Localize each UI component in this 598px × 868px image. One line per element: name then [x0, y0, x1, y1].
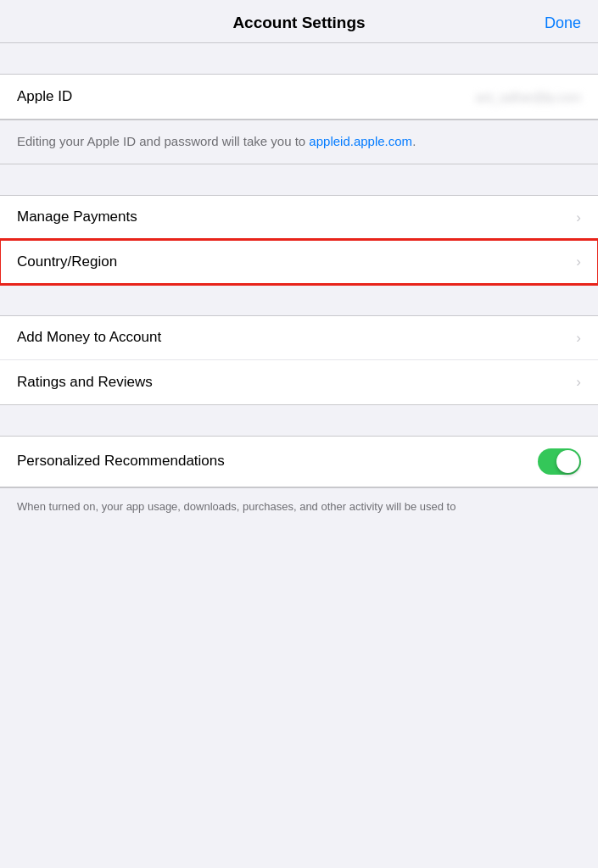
payments-region-group: Manage Payments › Country/Region › — [0, 195, 598, 285]
apple-id-group: Apple ID ant_salhar@lp.com — [0, 74, 598, 120]
section-gap-3 — [0, 285, 598, 315]
add-money-row[interactable]: Add Money to Account › — [0, 316, 598, 360]
recommendations-group: Personalized Recommendations — [0, 436, 598, 487]
bottom-info-text: When turned on, your app usage, download… — [17, 500, 455, 513]
toggle-container — [538, 448, 581, 475]
ratings-reviews-label: Ratings and Reviews — [17, 374, 153, 391]
country-region-right: › — [576, 254, 581, 269]
apple-id-value: ant_salhar@lp.com — [476, 90, 581, 104]
ratings-reviews-row[interactable]: Ratings and Reviews › — [0, 360, 598, 404]
country-region-chevron: › — [576, 254, 581, 269]
section-gap-4 — [0, 405, 598, 436]
page-title: Account Settings — [232, 14, 365, 32]
personalized-recommendations-label: Personalized Recommendations — [17, 453, 225, 470]
country-region-label: Country/Region — [17, 253, 117, 270]
manage-payments-row[interactable]: Manage Payments › — [0, 196, 598, 240]
apple-id-row: Apple ID ant_salhar@lp.com — [0, 75, 598, 119]
section-gap-2 — [0, 164, 598, 195]
header: Account Settings Done — [0, 0, 598, 43]
section-gap-top — [0, 43, 598, 74]
personalized-recommendations-toggle[interactable] — [538, 448, 581, 475]
country-region-row[interactable]: Country/Region › — [0, 240, 598, 284]
add-money-label: Add Money to Account — [17, 329, 161, 346]
info-text-before: Editing your Apple ID and password will … — [17, 134, 309, 148]
info-text-after: . — [412, 134, 416, 148]
add-money-right: › — [576, 331, 581, 345]
ratings-reviews-chevron: › — [576, 375, 581, 389]
add-money-chevron: › — [576, 331, 581, 345]
apple-id-label: Apple ID — [17, 88, 72, 105]
toggle-knob — [556, 450, 579, 473]
apple-id-link[interactable]: appleid.apple.com — [309, 134, 412, 148]
manage-payments-chevron: › — [576, 210, 581, 225]
ratings-reviews-right: › — [576, 375, 581, 389]
info-box-text: Editing your Apple ID and password will … — [17, 134, 416, 148]
manage-payments-label: Manage Payments — [17, 209, 137, 225]
info-box: Editing your Apple ID and password will … — [0, 120, 598, 164]
done-button[interactable]: Done — [545, 14, 581, 32]
personalized-recommendations-row: Personalized Recommendations — [0, 437, 598, 487]
manage-payments-right: › — [576, 210, 581, 225]
money-ratings-group: Add Money to Account › Ratings and Revie… — [0, 315, 598, 405]
bottom-info: When turned on, your app usage, download… — [0, 487, 598, 526]
